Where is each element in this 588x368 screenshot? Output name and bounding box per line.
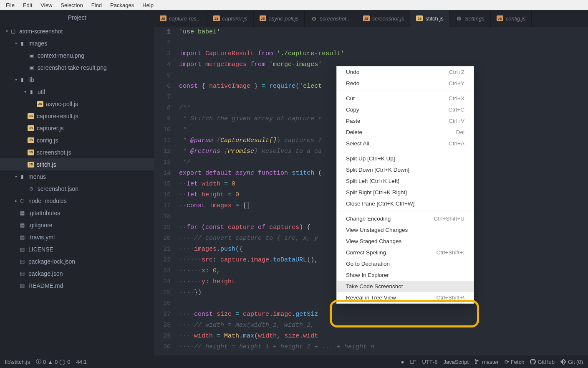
- status-cursor[interactable]: 44:1: [76, 359, 87, 365]
- menu-item-copy[interactable]: CopyCtrl+C: [337, 104, 474, 115]
- menu-item-split-right-ctrl-k-right-[interactable]: Split Right [Ctrl+K Right]: [337, 187, 474, 198]
- menu-item-cut[interactable]: CutCtrl+X: [337, 93, 474, 104]
- tree-item-capture-result-js[interactable]: JScapture-result.js: [0, 110, 154, 122]
- tree-item-stitch-js[interactable]: JSstitch.js: [0, 158, 154, 170]
- file-icon: ▤: [18, 222, 26, 228]
- menu-item-delete[interactable]: DeleteDel: [337, 127, 474, 138]
- tree-label: README.md: [28, 282, 63, 289]
- tree-item-package-json[interactable]: ▤package.json: [0, 267, 154, 279]
- tab-label: stitch.js: [425, 15, 443, 22]
- menu-selection[interactable]: Selection: [56, 1, 87, 10]
- menu-file[interactable]: File: [2, 1, 19, 10]
- tab-stitch-js[interactable]: JSstitch.js: [410, 10, 449, 27]
- project-sidebar: Project ▾▢atom-screenshot▾▮images▣contex…: [0, 10, 154, 355]
- tab-label: capturer.js: [222, 15, 247, 22]
- menu-item-label: Select All: [346, 140, 369, 147]
- menu-item-redo[interactable]: RedoCtrl+Y: [337, 78, 474, 89]
- tree-item-readme-md[interactable]: ▤README.md: [0, 279, 154, 292]
- tab-label: config.js: [506, 15, 526, 22]
- menu-shortcut: Ctrl+Shift+;: [436, 249, 464, 256]
- tab-screenshot-js[interactable]: JSscreenshot.js: [357, 10, 411, 27]
- menu-item-view-unstaged-changes[interactable]: View Unstaged Changes: [337, 224, 474, 236]
- tab-capture-res-[interactable]: JScapture-res...: [154, 10, 207, 27]
- menu-item-split-down-ctrl-k-down-[interactable]: Split Down [Ctrl+K Down]: [337, 164, 474, 175]
- menu-item-label: Split Up [Ctrl+K Up]: [346, 155, 395, 162]
- menubar: FileEditViewSelectionFindPackagesHelp: [0, 0, 588, 10]
- tab-label: async-poll.js: [269, 15, 299, 22]
- tree-item-screenshot-take-result-png[interactable]: ▣screenshot-take-result.png: [0, 61, 154, 74]
- menu-help[interactable]: Help: [138, 1, 158, 10]
- tree-label: package-lock.json: [28, 258, 75, 265]
- js-icon: JS: [497, 15, 503, 21]
- tab-config-js[interactable]: JSconfig.js: [491, 10, 532, 27]
- tree-label: package.json: [28, 270, 63, 277]
- menu-item-change-encoding[interactable]: Change EncodingCtrl+Shift+U: [337, 213, 474, 224]
- tree-item--travis-yml[interactable]: ▤.travis.yml: [0, 231, 154, 243]
- tree-item-menus[interactable]: ▾▮menus: [0, 170, 154, 183]
- menu-item-select-all[interactable]: Select AllCtrl+A: [337, 138, 474, 149]
- menu-item-label: Split Down [Ctrl+K Down]: [346, 167, 409, 173]
- status-git[interactable]: Git (0): [560, 359, 583, 365]
- tab-async-poll-js[interactable]: JSasync-poll.js: [254, 10, 305, 27]
- chevron-icon: ▾: [13, 41, 18, 46]
- chevron-icon: ▾: [13, 174, 18, 179]
- tree-item-util[interactable]: ▾▮util: [0, 86, 154, 98]
- menu-edit[interactable]: Edit: [19, 1, 36, 10]
- tab-capturer-js[interactable]: JScapturer.js: [207, 10, 254, 27]
- menu-item-go-to-declaration[interactable]: Go to Declaration: [337, 258, 474, 269]
- tree-item-config-js[interactable]: JSconfig.js: [0, 134, 154, 146]
- menu-item-split-left-ctrl-k-left-[interactable]: Split Left [Ctrl+K Left]: [337, 175, 474, 187]
- status-github[interactable]: GitHub: [530, 359, 554, 365]
- status-path[interactable]: lib\stitch.js: [5, 359, 30, 365]
- file-icon: ▤: [18, 270, 26, 277]
- status-bar: lib\stitch.js ⓘ0 ▲0 ◯0 44:1 ● LF UTF-8 J…: [0, 355, 588, 368]
- chevron-icon: ▾: [4, 29, 9, 33]
- menu-packages[interactable]: Packages: [106, 1, 138, 10]
- tree-item-images[interactable]: ▾▮images: [0, 37, 154, 49]
- menu-item-take-code-screenshot[interactable]: Take Code Screenshot: [337, 281, 474, 292]
- menu-item-show-in-explorer[interactable]: Show In Explorer: [337, 269, 474, 281]
- status-line-ending[interactable]: LF: [410, 359, 416, 365]
- status-diagnostics[interactable]: ⓘ0 ▲0 ◯0: [36, 358, 71, 365]
- menu-item-view-staged-changes[interactable]: View Staged Changes: [337, 236, 474, 247]
- tree-item-lib[interactable]: ▾▮lib: [0, 74, 154, 86]
- tree-item-license[interactable]: ▤LICENSE: [0, 243, 154, 255]
- menu-item-correct-spelling[interactable]: Correct SpellingCtrl+Shift+;: [337, 247, 474, 258]
- chevron-icon: ▾: [23, 89, 28, 94]
- menu-view[interactable]: View: [36, 1, 56, 10]
- img-icon: ▣: [28, 64, 35, 71]
- js-icon: JS: [37, 101, 43, 107]
- tree-item-screenshot-json[interactable]: ⊙screenshot.json: [0, 183, 154, 195]
- tree-label: config.js: [37, 137, 58, 144]
- file-icon: ▤: [18, 210, 26, 216]
- folder-icon: ▮: [18, 173, 26, 180]
- menu-item-close-pane-ctrl-k-ctrl-w-[interactable]: Close Pane [Ctrl+K Ctrl+W]: [337, 198, 474, 209]
- tree-item-node-modules[interactable]: ▸⬡node_modules: [0, 195, 154, 207]
- status-encoding[interactable]: UTF-8: [422, 359, 438, 365]
- tab-settings[interactable]: ⚙Settings: [450, 10, 491, 27]
- menu-item-reveal-in-tree-view[interactable]: Reveal in Tree ViewCtrl+Shift+\: [337, 292, 474, 303]
- menu-item-split-up-ctrl-k-up-[interactable]: Split Up [Ctrl+K Up]: [337, 153, 474, 164]
- menu-find[interactable]: Find: [87, 1, 106, 10]
- menu-item-paste[interactable]: PasteCtrl+V: [337, 115, 474, 127]
- tree-item-context-menu-png[interactable]: ▣context-menu.png: [0, 49, 154, 61]
- tree-label: capture-result.js: [37, 113, 78, 119]
- tree-item-capturer-js[interactable]: JScapturer.js: [0, 122, 154, 134]
- tree-item-async-poll-js[interactable]: JSasync-poll.js: [0, 98, 154, 110]
- status-fetch[interactable]: ⟳ Fetch: [505, 359, 525, 365]
- status-language[interactable]: JavaScript: [443, 359, 469, 365]
- menu-item-undo[interactable]: UndoCtrl+Z: [337, 66, 474, 78]
- tree-label: screenshot.json: [38, 185, 78, 192]
- tree-item--gitattributes[interactable]: ▤.gitattributes: [0, 207, 154, 219]
- tree-item-package-lock-json[interactable]: ▤package-lock.json: [0, 255, 154, 267]
- js-icon: JS: [28, 125, 34, 131]
- tree-item-atom-screenshot[interactable]: ▾▢atom-screenshot: [0, 25, 154, 37]
- atom-icon: ⊙: [310, 15, 317, 21]
- repo-icon: ▢: [9, 28, 17, 35]
- tab-screenshot-[interactable]: ⊙screenshot...: [305, 10, 357, 27]
- js-icon: JS: [160, 15, 167, 21]
- status-branch[interactable]: master: [474, 359, 499, 365]
- tree-item--gitignore[interactable]: ▤.gitignore: [0, 219, 154, 231]
- gear-icon: ⚙: [456, 15, 462, 21]
- tree-item-screenshot-js[interactable]: JSscreenshot.js: [0, 146, 154, 158]
